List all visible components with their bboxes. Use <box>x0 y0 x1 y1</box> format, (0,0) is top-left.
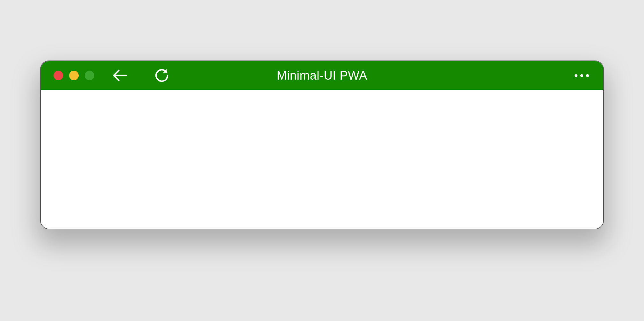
reload-button[interactable] <box>155 68 169 82</box>
back-arrow-icon <box>112 69 128 82</box>
content-area <box>41 90 603 229</box>
back-button[interactable] <box>112 69 128 82</box>
more-options-icon <box>586 74 589 77</box>
more-options-button[interactable] <box>575 74 589 77</box>
more-options-icon <box>580 74 583 77</box>
nav-controls <box>112 68 169 82</box>
reload-icon <box>155 68 169 82</box>
more-options-icon <box>575 74 577 77</box>
titlebar: Minimal-UI PWA <box>41 61 603 90</box>
close-window-button[interactable] <box>54 71 63 80</box>
window-title: Minimal-UI PWA <box>277 69 367 82</box>
maximize-window-button[interactable] <box>85 71 94 80</box>
app-window: Minimal-UI PWA <box>40 61 604 229</box>
minimize-window-button[interactable] <box>69 71 79 80</box>
window-controls <box>54 71 94 80</box>
